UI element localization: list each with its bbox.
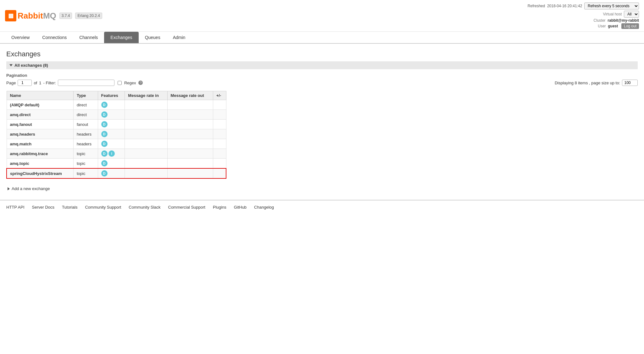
cell-features: D	[98, 129, 125, 139]
cell-name[interactable]: amq.fanout	[7, 120, 73, 129]
vhost-select[interactable]: All	[624, 11, 639, 18]
feature-d: D	[101, 160, 108, 166]
table-row[interactable]: amq.rabbitmq.trace topic D I	[7, 149, 226, 159]
cell-name[interactable]: amq.topic	[7, 159, 73, 169]
collapse-icon	[9, 64, 13, 66]
logout-button[interactable]: Log out	[621, 23, 639, 29]
footer-link-changelog[interactable]: Changelog	[254, 205, 274, 210]
footer-link-tutorials[interactable]: Tutorials	[62, 205, 77, 210]
cell-features: D	[98, 120, 125, 129]
nav-channels[interactable]: Channels	[73, 32, 104, 43]
footer-link-server-docs[interactable]: Server Docs	[32, 205, 55, 210]
nav-queues[interactable]: Queues	[139, 32, 167, 43]
refresh-select[interactable]: Refresh every 5 seconds Refresh every 10…	[584, 3, 639, 9]
cell-rate-in	[125, 110, 167, 120]
page-size-input[interactable]	[622, 80, 638, 86]
pagination-label: Pagination	[6, 73, 638, 78]
table-row[interactable]: (AMQP default) direct D	[7, 100, 226, 110]
cell-rate-in	[125, 139, 167, 149]
feature-d: D	[101, 111, 108, 118]
feature-d: D	[101, 170, 108, 177]
cell-rate-out	[167, 139, 213, 149]
cell-type: direct	[73, 100, 98, 110]
table-row[interactable]: amq.headers headers D	[7, 129, 226, 139]
add-exchange-section[interactable]: Add a new exchange	[6, 184, 638, 194]
user-value: guest	[608, 24, 618, 28]
nav-exchanges[interactable]: Exchanges	[104, 32, 138, 43]
footer-link-github[interactable]: GitHub	[234, 205, 247, 210]
displaying-label: Displaying 8 items , page size up to:	[555, 81, 620, 85]
version-badge: 3.7.4	[59, 13, 72, 19]
cluster-label: Cluster	[594, 18, 606, 23]
vhost-line: Virtual host All	[528, 11, 639, 18]
regex-help-icon[interactable]: ?	[138, 81, 143, 85]
footer-link-community-slack[interactable]: Community Slack	[129, 205, 160, 210]
feature-d: D	[101, 141, 108, 147]
cell-rate-in	[125, 159, 167, 169]
pagination-area: Pagination Page of 1 - Filter: Regex ? D…	[6, 73, 638, 86]
of-label: of	[34, 81, 37, 85]
page-label: Page	[6, 81, 16, 85]
footer-link-commercial-support[interactable]: Commercial Support	[168, 205, 206, 210]
refreshed-label: Refreshed	[528, 4, 545, 8]
cell-rate-out	[167, 168, 213, 178]
table-row[interactable]: amq.match headers D	[7, 139, 226, 149]
top-header: ▩ RabbitMQ 3.7.4 Erlang 20.2.4 Refreshed…	[0, 0, 644, 32]
cell-rate-in	[125, 129, 167, 139]
cell-type: direct	[73, 110, 98, 120]
cell-features: D	[98, 168, 125, 178]
table-row[interactable]: amq.direct direct D	[7, 110, 226, 120]
vhost-label: Virtual host	[603, 12, 622, 16]
cell-rate-out	[167, 100, 213, 110]
footer-link-plugins[interactable]: Plugins	[213, 205, 226, 210]
cell-rate-in	[125, 100, 167, 110]
main-content: Exchanges All exchanges (8) Pagination P…	[0, 44, 644, 194]
cell-name[interactable]: amq.headers	[7, 129, 73, 139]
feature-d: D	[101, 121, 108, 127]
regex-label: Regex	[124, 81, 136, 85]
table-row[interactable]: amq.fanout fanout D	[7, 120, 226, 129]
cell-rate-out	[167, 159, 213, 169]
table-row-selected[interactable]: springCloudHystrixStream topic D	[7, 168, 226, 178]
cell-features: D	[98, 110, 125, 120]
cell-name[interactable]: amq.rabbitmq.trace	[7, 149, 73, 159]
nav-overview[interactable]: Overview	[5, 32, 36, 43]
table-row[interactable]: amq.topic topic D	[7, 159, 226, 169]
cell-name[interactable]: springCloudHystrixStream	[7, 168, 73, 178]
page-title: Exchanges	[6, 50, 638, 58]
nav-admin[interactable]: Admin	[167, 32, 192, 43]
nav-connections[interactable]: Connections	[36, 32, 73, 43]
logo-area: ▩ RabbitMQ 3.7.4 Erlang 20.2.4	[5, 10, 102, 21]
filter-input[interactable]	[58, 80, 114, 86]
cluster-value: rabbit@my-rabbit	[608, 18, 639, 23]
cell-name[interactable]: amq.direct	[7, 110, 73, 120]
cell-actions	[213, 120, 226, 129]
cell-features: D	[98, 139, 125, 149]
refresh-info: Refreshed 2018-04-16 20:41:42 Refresh ev…	[528, 3, 639, 9]
cell-type: fanout	[73, 120, 98, 129]
footer-link-community-support[interactable]: Community Support	[85, 205, 121, 210]
logo-name: RabbitMQ	[18, 11, 56, 21]
col-actions: +/-	[213, 91, 226, 100]
erlang-label: Erlang	[77, 14, 88, 18]
section-header[interactable]: All exchanges (8)	[6, 61, 638, 69]
cell-name[interactable]: amq.match	[7, 139, 73, 149]
page-input[interactable]	[18, 80, 32, 86]
col-name: Name	[7, 91, 73, 100]
displaying-info: Displaying 8 items , page size up to:	[555, 80, 638, 86]
expand-icon	[8, 187, 10, 190]
cell-features: D	[98, 100, 125, 110]
pagination-controls: Page of 1 - Filter: Regex ? Displaying 8…	[6, 80, 638, 86]
cell-actions	[213, 159, 226, 169]
regex-checkbox[interactable]	[118, 81, 122, 85]
footer-link-http-api[interactable]: HTTP API	[6, 205, 25, 210]
logo-icon: ▩	[5, 10, 16, 21]
section-title: All exchanges (8)	[14, 63, 48, 68]
cell-type: headers	[73, 139, 98, 149]
cell-rate-out	[167, 110, 213, 120]
cell-name[interactable]: (AMQP default)	[7, 100, 73, 110]
cell-actions	[213, 149, 226, 159]
cell-actions	[213, 110, 226, 120]
cell-actions	[213, 168, 226, 178]
cell-type: topic	[73, 159, 98, 169]
